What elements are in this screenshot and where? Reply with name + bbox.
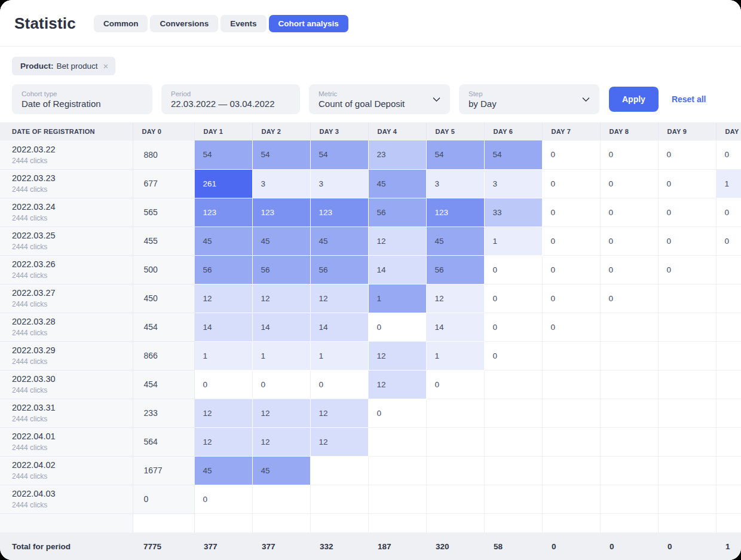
day-cell xyxy=(542,485,600,513)
day-cell xyxy=(716,427,741,456)
day-cell: 0 xyxy=(658,227,716,255)
day-cell: 54 xyxy=(252,140,310,169)
day-cell xyxy=(484,427,542,456)
day-cell: 123 xyxy=(310,198,368,227)
day-cell: 56 xyxy=(310,255,368,284)
day-cell: 12 xyxy=(252,427,310,456)
spacer-cell xyxy=(194,513,252,533)
spacer-cell xyxy=(600,513,658,533)
day0-cell: 677 xyxy=(133,169,194,198)
day-cell: 1 xyxy=(484,227,542,255)
statistics-window: Statistic Common Conversions Events Coho… xyxy=(0,0,741,560)
tab-cohort-analysis[interactable]: Cohort analysis xyxy=(269,15,348,32)
day-cell: 0 xyxy=(542,169,600,198)
day-cell xyxy=(252,485,310,513)
tab-conversions[interactable]: Conversions xyxy=(150,15,218,32)
day-cell: 12 xyxy=(310,284,368,313)
day-cell: 45 xyxy=(310,227,368,255)
day-cell xyxy=(426,427,484,456)
day0-cell: 0 xyxy=(133,485,194,513)
date-cell: 2022.03.282444 clicks xyxy=(0,313,133,341)
day-cell xyxy=(484,485,542,513)
day-cell xyxy=(310,485,368,513)
day-cell: 54 xyxy=(426,140,484,169)
cohort-row: 2022.04.022444 clicks16774545 xyxy=(0,456,741,485)
day-cell: 3 xyxy=(252,169,310,198)
cohort-table: DATE OF REGISTRATIONDAY 0DAY 1DAY 2DAY 3… xyxy=(0,123,741,533)
close-icon[interactable]: × xyxy=(103,62,109,71)
cohort-type-label: Cohort type xyxy=(22,90,143,97)
day-cell: 1 xyxy=(368,284,426,313)
day-cell: 1 xyxy=(194,341,252,370)
day-cell xyxy=(426,399,484,427)
day-cell: 45 xyxy=(194,227,252,255)
total-value: 320 xyxy=(426,542,484,551)
total-value: 0 xyxy=(542,542,600,551)
day-cell: 1 xyxy=(252,341,310,370)
date-cell: 2022.03.262444 clicks xyxy=(0,255,133,284)
day-cell xyxy=(542,427,600,456)
day-cell: 3 xyxy=(310,169,368,198)
day-cell: 0 xyxy=(252,370,310,399)
total-value: 332 xyxy=(310,542,368,551)
step-select[interactable]: Step by Day xyxy=(459,84,599,114)
day-cell xyxy=(716,370,741,399)
cohort-row: 2022.03.232444 clicks6772613345330001 xyxy=(0,169,741,198)
spacer-cell xyxy=(368,513,426,533)
metric-label: Metric xyxy=(319,90,440,97)
total-value: 1 xyxy=(716,542,741,551)
day-cell: 0 xyxy=(542,255,600,284)
day-cell: 0 xyxy=(194,485,252,513)
day-cell xyxy=(600,427,658,456)
day-cell: 14 xyxy=(310,313,368,341)
tab-bar: Common Conversions Events Cohort analysi… xyxy=(94,15,348,32)
day-cell xyxy=(658,399,716,427)
cohort-table-header: DATE OF REGISTRATIONDAY 0DAY 1DAY 2DAY 3… xyxy=(0,123,741,140)
tab-common[interactable]: Common xyxy=(94,15,148,32)
day-cell xyxy=(542,341,600,370)
column-header: DATE OF REGISTRATION xyxy=(0,123,133,140)
day-cell: 0 xyxy=(716,227,741,255)
date-cell: 2022.04.022444 clicks xyxy=(0,456,133,485)
day-cell xyxy=(484,399,542,427)
day-cell xyxy=(658,370,716,399)
day-cell: 123 xyxy=(194,198,252,227)
spacer-cell xyxy=(542,513,600,533)
day-cell xyxy=(716,313,741,341)
date-cell: 2022.03.222444 clicks xyxy=(0,140,133,169)
day-cell xyxy=(368,456,426,485)
product-filter-chip[interactable]: Product: Bet product × xyxy=(12,57,115,75)
day-cell: 12 xyxy=(252,284,310,313)
day-cell xyxy=(426,485,484,513)
day-cell: 0 xyxy=(600,198,658,227)
cohort-table-body: 2022.03.222444 clicks8805454542354540000… xyxy=(0,140,741,533)
day-cell: 12 xyxy=(310,427,368,456)
reset-all-button[interactable]: Reset all xyxy=(672,94,706,104)
cohort-table-container: DATE OF REGISTRATIONDAY 0DAY 1DAY 2DAY 3… xyxy=(0,123,741,560)
day-cell: 45 xyxy=(252,227,310,255)
day-cell: 1 xyxy=(310,341,368,370)
apply-button[interactable]: Apply xyxy=(609,87,659,112)
step-value: by Day xyxy=(469,99,590,109)
date-cell: 2022.03.252444 clicks xyxy=(0,227,133,255)
day-cell: 0 xyxy=(484,284,542,313)
metric-select[interactable]: Metric Count of goal Deposit xyxy=(309,84,450,114)
cohort-type-select[interactable]: Cohort type Date of Registration xyxy=(12,84,152,114)
column-header: DAY 7 xyxy=(542,123,600,140)
day0-cell: 880 xyxy=(133,140,194,169)
day-cell: 0 xyxy=(658,198,716,227)
day-cell xyxy=(716,284,741,313)
chip-label: Product: xyxy=(20,62,54,71)
cohort-row: 2022.03.312444 clicks2331212120 xyxy=(0,399,741,427)
column-header: DAY 2 xyxy=(252,123,310,140)
tab-events[interactable]: Events xyxy=(221,15,266,32)
day-cell: 123 xyxy=(426,198,484,227)
chip-value: Bet product xyxy=(57,62,98,71)
day-cell xyxy=(658,456,716,485)
spacer-cell xyxy=(310,513,368,533)
period-select[interactable]: Period 22.03.2022 — 03.04.2022 xyxy=(161,84,300,114)
day-cell: 12 xyxy=(194,427,252,456)
column-header: DAY 1 xyxy=(194,123,252,140)
day-cell xyxy=(658,485,716,513)
period-label: Period xyxy=(171,90,290,97)
